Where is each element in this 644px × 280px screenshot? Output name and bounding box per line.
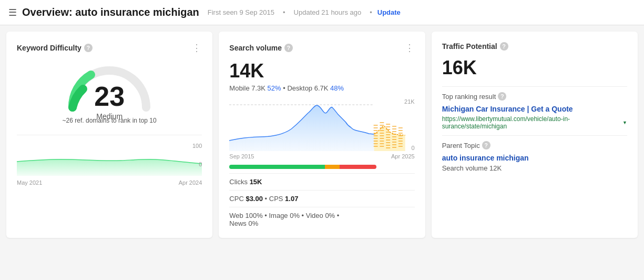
tp-help-icon[interactable]: ? xyxy=(500,42,508,51)
kd-title: Keyword Difficulty ? xyxy=(17,44,93,52)
kd-label: Medium xyxy=(94,112,125,121)
sv-chart-area: 21K xyxy=(229,98,414,151)
kd-menu-dots[interactable]: ⋮ xyxy=(192,42,202,54)
tp-top-ranking-label: Top ranking result ? xyxy=(442,92,627,101)
menu-icon[interactable]: ☰ xyxy=(8,7,17,18)
sv-cps-value: 1.07 xyxy=(285,195,298,203)
sv-chart-max: 21K xyxy=(404,98,415,105)
cards-container: Keyword Difficulty ? ⋮ 23 Medium ~26 ref… xyxy=(0,25,644,244)
sv-breakdown: Mobile 7.3K 52% • Desktop 6.7K 48% xyxy=(229,84,414,92)
kd-gauge-wrapper: 23 Medium xyxy=(17,60,202,113)
sv-title-text: Search volume xyxy=(229,44,282,52)
search-volume-card: Search volume ? ⋮ 14K Mobile 7.3K 52% • … xyxy=(219,32,425,238)
sv-help-icon[interactable]: ? xyxy=(284,44,293,52)
kd-trend-end: Apr 2024 xyxy=(179,179,202,186)
sv-intent-line2: News 0% xyxy=(229,219,414,227)
header: ☰ Overview: auto insurance michigan Firs… xyxy=(0,0,644,25)
kd-trend-start: May 2021 xyxy=(17,179,42,186)
kd-trend-max: 100 xyxy=(192,143,202,149)
keyword-difficulty-card: Keyword Difficulty ? ⋮ 23 Medium ~26 ref… xyxy=(6,32,212,238)
tp-dropdown-icon[interactable]: ▼ xyxy=(622,120,627,125)
sv-clicks-label: Clicks xyxy=(229,178,248,186)
tp-parent-label: Parent Topic xyxy=(442,142,480,149)
tp-parent-help[interactable]: ? xyxy=(482,141,490,149)
tp-divider1 xyxy=(442,86,627,87)
sv-menu-dots[interactable]: ⋮ xyxy=(405,42,415,54)
sv-intent-video xyxy=(340,165,376,169)
page-title: Overview: auto insurance michigan xyxy=(22,6,199,18)
header-updated: Updated 21 hours ago xyxy=(294,8,362,16)
tp-top-ranking-help[interactable]: ? xyxy=(498,92,506,101)
tp-divider2 xyxy=(442,135,627,136)
kd-trend-min: 0 xyxy=(199,161,202,167)
sv-cps-label: CPS xyxy=(269,195,283,203)
kd-card-header: Keyword Difficulty ? ⋮ xyxy=(17,42,202,54)
kd-help-icon[interactable]: ? xyxy=(84,44,93,52)
sv-chart-svg xyxy=(229,98,405,151)
tp-title-text: Traffic Potential xyxy=(442,42,497,51)
tp-title: Traffic Potential ? xyxy=(442,42,508,51)
kd-trend-chart: 100 0 May 2021 Apr 2024 xyxy=(17,135,202,177)
sv-divider1 xyxy=(229,173,414,174)
update-link[interactable]: Update xyxy=(377,8,401,16)
kd-title-text: Keyword Difficulty xyxy=(17,44,81,52)
sv-intent-web xyxy=(229,165,325,169)
sv-intent-image xyxy=(325,165,340,169)
sv-intent-line1: Web 100% • Image 0% • Video 0% • xyxy=(229,212,414,219)
sv-chart-start: Sep 2015 xyxy=(229,153,254,159)
sv-chart-labels: Sep 2015 Apr 2025 xyxy=(229,153,414,159)
sv-intent-bar xyxy=(229,165,376,169)
tp-result-title[interactable]: Michigan Car Insurance | Get a Quote xyxy=(442,105,627,113)
header-separator2: • xyxy=(370,8,372,16)
sv-clicks-value: 15K xyxy=(250,178,262,186)
sv-dot2: • xyxy=(265,195,269,203)
sv-chart-min: 0 xyxy=(412,145,415,151)
sv-main-value: 14K xyxy=(229,60,414,82)
sv-clicks: Clicks 15K xyxy=(229,178,414,186)
tp-result-url-text: https://www.libertymutual.com/vehicle/au… xyxy=(442,115,620,130)
sv-cpc: CPC $3.00 • CPS 1.07 xyxy=(229,195,414,203)
tp-parent-sv: Search volume 12K xyxy=(442,164,627,172)
sv-card-header: Search volume ? ⋮ xyxy=(229,42,414,54)
sv-chart-end: Apr 2025 xyxy=(391,153,415,159)
sv-cpc-label: CPC xyxy=(229,195,243,203)
sv-divider2 xyxy=(229,190,414,191)
tp-result-url[interactable]: https://www.libertymutual.com/vehicle/au… xyxy=(442,115,627,130)
kd-trend-labels: May 2021 Apr 2024 xyxy=(17,179,202,186)
kd-center: 23 Medium xyxy=(94,83,125,121)
tp-card-header: Traffic Potential ? xyxy=(442,42,627,51)
tp-top-ranking-text: Top ranking result xyxy=(442,93,496,101)
kd-value: 23 xyxy=(94,83,125,110)
tp-parent-topic-section: Parent Topic ? xyxy=(442,141,627,149)
header-first-seen: First seen 9 Sep 2015 xyxy=(208,8,274,16)
traffic-potential-card: Traffic Potential ? 16K Top ranking resu… xyxy=(432,32,638,238)
sv-cpc-value: $3.00 xyxy=(246,195,263,203)
header-separator1: • xyxy=(283,8,285,16)
sv-title: Search volume ? xyxy=(229,44,293,52)
sv-intent-text: Web 100% • Image 0% • Video 0% • News 0% xyxy=(229,212,414,227)
sv-divider3 xyxy=(229,207,414,207)
kd-trend-svg xyxy=(17,142,202,176)
tp-main-value: 16K xyxy=(442,57,627,79)
tp-parent-topic-value[interactable]: auto insurance michigan xyxy=(442,154,627,162)
